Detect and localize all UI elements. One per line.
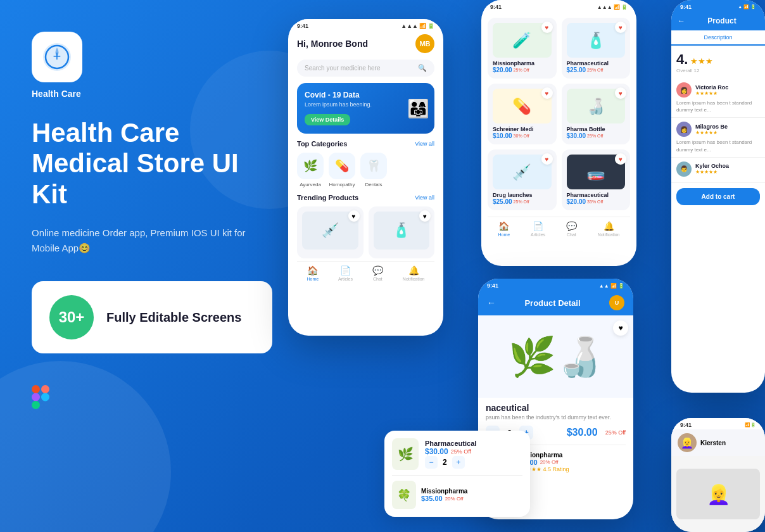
products-signal-icon: ▲▲▲ 📶 🔋 xyxy=(597,4,628,10)
products-phone: 9:41 ▲▲▲ 📶 🔋 ♥ 🧪 Missionpharma $20.00 25… xyxy=(481,0,636,266)
kyler-avatar: 👨 xyxy=(676,162,692,177)
product-card-pharmaceutical1[interactable]: ♥ 🧴 Pharmaceutical $25.00 25% Off xyxy=(562,18,631,79)
cart-product-price-1: $30.00 xyxy=(425,447,448,456)
missionpharma-discount: 25% Off xyxy=(514,68,529,72)
products-nav-chat[interactable]: 💬 Chat xyxy=(566,221,577,237)
svg-rect-4 xyxy=(41,385,49,393)
logo-box: + xyxy=(32,32,82,82)
detail-product-price: $30.00 xyxy=(567,427,598,438)
chat-video-preview: 👱‍♀️ xyxy=(676,469,760,519)
categories-row: 🌿 Ayurveda 💊 Homopathy 🦷 Dentals xyxy=(297,153,434,187)
pharma-bottle-price: $30.00 xyxy=(567,132,586,139)
product-card-pharmaceutical2[interactable]: ♥ 🧫 Pharmaceutical $20.00 35% Off xyxy=(562,149,631,210)
notification-nav-icon: 🔔 xyxy=(408,265,419,276)
floating-cart: 🌿 Pharmaceutical $30.00 25% Off − 2 + 🍀 … xyxy=(384,431,530,517)
add-to-cart-button[interactable]: Add to cart xyxy=(676,188,760,205)
cart-product-img-2: 🍀 xyxy=(392,481,416,509)
svg-rect-7 xyxy=(32,401,40,409)
svg-rect-6 xyxy=(41,393,49,401)
heart-schreiner: ♥ xyxy=(541,87,553,99)
nav-notification-label: Notification xyxy=(403,277,425,281)
desc-tab-description[interactable]: Description xyxy=(671,30,765,46)
milagros-avatar: 👩 xyxy=(676,122,692,137)
cart-qty-number: 2 xyxy=(443,458,447,467)
heart-drug: ♥ xyxy=(541,153,553,165)
search-bar[interactable]: Search your medicine here 🔍 xyxy=(297,60,434,77)
nav-notification[interactable]: 🔔 Notification xyxy=(403,265,425,281)
signal-icon: ▲▲▲ xyxy=(401,23,418,29)
trending-header: Trending Products View all xyxy=(297,194,434,201)
categories-view-all[interactable]: View all xyxy=(415,141,434,147)
trending-row: ♥ 💉 ♥ 🧴 xyxy=(297,206,434,258)
schreiner-price: $10.00 xyxy=(493,132,512,139)
pharma-bottle-name: Pharma Bottle xyxy=(567,126,626,132)
wifi-icon: 📶 xyxy=(419,23,426,29)
product-card-missionpharma[interactable]: ♥ 🧪 Missionpharma $20.00 25% Off xyxy=(488,18,557,79)
products-nav-home[interactable]: 🏠 Home xyxy=(498,221,510,237)
products-nav-articles[interactable]: 📄 Articles xyxy=(531,221,545,237)
signal-icons: ▲▲▲ 📶 🔋 xyxy=(401,23,434,29)
back-arrow[interactable]: ← xyxy=(487,298,496,308)
chat-header: 👱‍♀️ Kiersten xyxy=(671,429,765,456)
trending-title: Trending Products xyxy=(297,194,358,201)
nav-home[interactable]: 🏠 Home xyxy=(307,265,319,281)
rating-number: 4. xyxy=(676,51,688,68)
categories-header: Top Categories View all xyxy=(297,140,434,148)
category-dentals[interactable]: 🦷 Dentals xyxy=(360,153,387,187)
nav-articles-label: Articles xyxy=(338,277,353,281)
schreiner-discount: 30% Off xyxy=(514,134,529,138)
heart-missionpharma: ♥ xyxy=(541,22,553,33)
desc-back-arrow[interactable]: ← xyxy=(678,16,685,25)
greeting-row: Hi, Monroe Bond MB xyxy=(297,34,434,53)
category-ayurveda[interactable]: 🌿 Ayurveda xyxy=(297,153,324,187)
cart-product-price-2: $35.00 xyxy=(421,495,443,502)
logo-icon: + xyxy=(41,41,73,73)
cart-increase-btn[interactable]: + xyxy=(452,456,465,469)
home-phone-frame: 9:41 ▲▲▲ 📶 🔋 Hi, Monroe Bond MB Search y… xyxy=(288,19,443,336)
trending-view-all[interactable]: View all xyxy=(415,194,434,201)
brand-name: Health Care xyxy=(32,89,272,99)
reviewer-row-milagros: 👩 Milagros Be ★★★★★ xyxy=(676,122,760,137)
banner-button[interactable]: View Details xyxy=(305,114,350,125)
cart-decrease-btn[interactable]: − xyxy=(425,456,438,469)
rating-stars: ★★★ xyxy=(690,56,713,66)
category-homopathy[interactable]: 💊 Homopathy xyxy=(329,153,355,187)
product-card-schreiner[interactable]: ♥ 💊 Schreiner Medi $10.00 30% Off xyxy=(488,84,557,144)
reviewer-row-victoria: 👩 Victoria Roc ★★★★★ xyxy=(676,82,760,98)
detail-avatar[interactable]: U xyxy=(609,295,624,310)
product-grid: ♥ 🧪 Missionpharma $20.00 25% Off ♥ 🧴 Pha… xyxy=(488,15,630,213)
covid-banner: Covid - 19 Data Lorem ipsum has beening.… xyxy=(297,83,434,134)
trending-product-2[interactable]: ♥ 🧴 xyxy=(369,206,435,258)
product-card-pharma-bottle[interactable]: ♥ 🍶 Pharma Bottle $30.00 25% Off xyxy=(562,84,631,144)
pharmaceutical1-discount: 25% Off xyxy=(587,68,603,72)
search-icon: 🔍 xyxy=(418,64,427,72)
user-avatar[interactable]: MB xyxy=(415,34,434,53)
banner-illustration: 👨‍👩‍👧 xyxy=(407,98,429,119)
chat-nav-icon: 💬 xyxy=(372,265,383,276)
chat-phone: 9:41 📶🔋 👱‍♀️ Kiersten 👱‍♀️ xyxy=(671,418,765,532)
products-status-bar: 9:41 ▲▲▲ 📶 🔋 xyxy=(481,0,636,11)
chat-avatar: 👱‍♀️ xyxy=(678,433,697,452)
detail-product-discount: 25% Off xyxy=(605,429,626,436)
nav-chat-label: Chat xyxy=(373,277,382,281)
drug-name: Drug launches xyxy=(493,192,552,198)
desc-signal: ▲ 📶 🔋 xyxy=(738,4,756,10)
desc-status-time: 9:41 xyxy=(680,4,692,10)
product-card-drug[interactable]: ♥ 💉 Drug launches $25.00 25% Off xyxy=(488,149,557,210)
subtext: Online medicine Order app, Premium IOS U… xyxy=(32,225,272,256)
related-product-rating: ★★★★★ 4.5 Rating xyxy=(516,466,626,472)
products-signal: ▲▲▲ 📶 🔋 xyxy=(597,4,628,10)
cart-qty-row-1: − 2 + xyxy=(425,456,522,469)
status-time: 9:41 xyxy=(297,23,308,29)
trending-product-1[interactable]: ♥ 💉 xyxy=(297,206,364,258)
victoria-name: Victoria Roc xyxy=(695,84,728,91)
chat-content: 👱‍♀️ xyxy=(671,456,765,532)
nav-articles[interactable]: 📄 Articles xyxy=(338,265,353,281)
nav-chat[interactable]: 💬 Chat xyxy=(372,265,383,281)
favorite-button[interactable]: ♥ xyxy=(613,320,628,336)
product-main-image: 🌿🍶 xyxy=(509,334,604,379)
products-nav-notification[interactable]: 🔔 Notification xyxy=(598,221,620,237)
product-desc-short: psum has been the industry's td dummy te… xyxy=(486,414,626,421)
review-milagros: 👩 Milagros Be ★★★★★ Lorem ipsum has been… xyxy=(671,118,765,157)
chat-status-time: 9:41 xyxy=(680,422,692,428)
